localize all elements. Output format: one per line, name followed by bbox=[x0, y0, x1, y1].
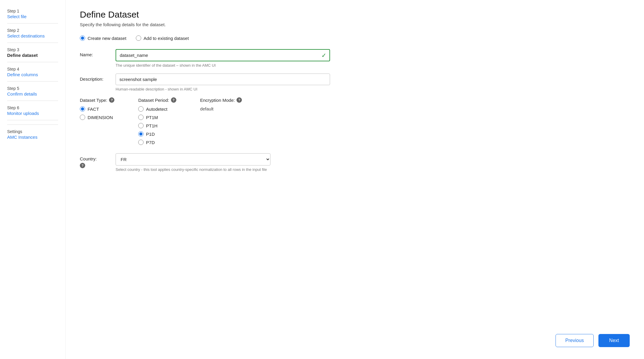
amc-instances-link[interactable]: AMC Instances bbox=[7, 135, 58, 140]
period-autodetect-label: Autodetect bbox=[146, 107, 167, 112]
encryption-mode-title: Encryption Mode: ? bbox=[200, 97, 242, 103]
period-p7d-label: P7D bbox=[146, 140, 155, 145]
sidebar-step-3: Step 3Define dataset bbox=[7, 47, 58, 58]
period-p7d-radio[interactable] bbox=[138, 140, 144, 145]
dataset-period-help-icon[interactable]: ? bbox=[171, 97, 176, 103]
dataset-type-group: Dataset Type: ? FACT DIMENSION bbox=[80, 97, 114, 120]
step-1-label: Step 1 bbox=[7, 9, 19, 13]
fact-radio[interactable] bbox=[80, 106, 85, 112]
sidebar: Step 1Select fileStep 2Select destinatio… bbox=[0, 0, 66, 359]
name-input[interactable] bbox=[116, 49, 330, 61]
description-input[interactable] bbox=[116, 74, 330, 85]
description-field-row: Description: Human-readable description … bbox=[80, 74, 630, 91]
dataset-type-help-icon[interactable]: ? bbox=[109, 97, 114, 103]
period-p1d-label: P1D bbox=[146, 132, 155, 137]
step-3-link[interactable]: Define dataset bbox=[7, 53, 58, 58]
name-label: Name: bbox=[80, 49, 116, 57]
step-5-label: Step 5 bbox=[7, 86, 19, 91]
add-existing-dataset-option[interactable]: Add to existing dataset bbox=[136, 35, 189, 41]
description-input-group: Human-readable description - shown in AM… bbox=[116, 74, 330, 91]
step-5-link[interactable]: Confirm details bbox=[7, 91, 58, 96]
dimension-label: DIMENSION bbox=[88, 115, 113, 120]
sidebar-settings: Settings AMC Instances bbox=[7, 129, 58, 140]
sidebar-step-4: Step 4Define columns bbox=[7, 66, 58, 77]
dataset-type-radio-list: FACT DIMENSION bbox=[80, 106, 114, 120]
dimension-radio[interactable] bbox=[80, 115, 85, 120]
settings-label: Settings bbox=[7, 129, 22, 134]
name-hint: The unique identifier of the dataset – s… bbox=[116, 63, 330, 68]
dataset-type-title: Dataset Type: ? bbox=[80, 97, 114, 103]
step-6-link[interactable]: Monitor uploads bbox=[7, 111, 58, 116]
period-autodetect-radio[interactable] bbox=[138, 106, 144, 112]
fact-option[interactable]: FACT bbox=[80, 106, 114, 112]
period-pt1h-option[interactable]: PT1H bbox=[138, 123, 176, 128]
sidebar-divider-settings bbox=[7, 124, 58, 125]
period-p7d-option[interactable]: P7D bbox=[138, 140, 176, 145]
country-help-wrapper: ? bbox=[80, 163, 116, 168]
country-hint: Select country - this tool applies count… bbox=[116, 167, 270, 172]
dataset-period-radio-list: AutodetectPT1MPT1HP1DP7D bbox=[138, 106, 176, 145]
create-new-dataset-option[interactable]: Create new dataset bbox=[80, 35, 126, 41]
create-new-label: Create new dataset bbox=[88, 36, 126, 41]
sidebar-step-2: Step 2Select destinations bbox=[7, 28, 58, 38]
period-p1d-radio[interactable] bbox=[138, 131, 144, 137]
dataset-period-group: Dataset Period: ? AutodetectPT1MPT1HP1DP… bbox=[138, 97, 176, 145]
add-existing-label: Add to existing dataset bbox=[144, 36, 189, 41]
step-1-link[interactable]: Select file bbox=[7, 14, 58, 19]
country-select-group: FRUSDEGBJPCA Select country - this tool … bbox=[116, 153, 270, 172]
checkmark-icon: ✓ bbox=[321, 52, 326, 59]
step-6-label: Step 6 bbox=[7, 105, 19, 110]
period-pt1h-radio[interactable] bbox=[138, 123, 144, 128]
name-field-row: Name: ✓ The unique identifier of the dat… bbox=[80, 49, 630, 68]
country-help-icon[interactable]: ? bbox=[80, 163, 85, 168]
sidebar-divider-1 bbox=[7, 23, 58, 24]
encryption-value: default bbox=[200, 106, 242, 111]
previous-button[interactable]: Previous bbox=[556, 334, 594, 347]
next-button[interactable]: Next bbox=[598, 334, 630, 347]
step-2-link[interactable]: Select destinations bbox=[7, 33, 58, 38]
sidebar-divider-4 bbox=[7, 81, 58, 82]
sidebar-divider-2 bbox=[7, 43, 58, 43]
encryption-mode-group: Encryption Mode: ? default bbox=[200, 97, 242, 111]
country-select[interactable]: FRUSDEGBJPCA bbox=[116, 153, 270, 166]
period-pt1m-label: PT1M bbox=[146, 115, 158, 120]
sidebar-divider-3 bbox=[7, 62, 58, 62]
create-new-radio[interactable] bbox=[80, 35, 85, 41]
footer-buttons: Previous Next bbox=[556, 334, 630, 347]
step-4-label: Step 4 bbox=[7, 67, 19, 71]
period-pt1m-option[interactable]: PT1M bbox=[138, 115, 176, 120]
main-content: Define Dataset Specify the following det… bbox=[66, 0, 644, 359]
name-input-wrapper: ✓ bbox=[116, 49, 330, 61]
create-or-add-row: Create new dataset Add to existing datas… bbox=[80, 35, 630, 41]
sidebar-step-6: Step 6Monitor uploads bbox=[7, 105, 58, 116]
dimension-option[interactable]: DIMENSION bbox=[80, 115, 114, 120]
step-3-label: Step 3 bbox=[7, 47, 19, 52]
sidebar-step-1: Step 1Select file bbox=[7, 8, 58, 19]
sidebar-divider-5 bbox=[7, 101, 58, 101]
period-autodetect-option[interactable]: Autodetect bbox=[138, 106, 176, 112]
page-subtitle: Specify the following details for the da… bbox=[80, 22, 630, 27]
sidebar-divider-6 bbox=[7, 120, 58, 120]
sidebar-step-5: Step 5Confirm details bbox=[7, 86, 58, 96]
country-label-group: Country: ? bbox=[80, 153, 116, 168]
encryption-help-icon[interactable]: ? bbox=[237, 97, 242, 103]
dataset-period-title: Dataset Period: ? bbox=[138, 97, 176, 103]
fact-label: FACT bbox=[88, 107, 99, 112]
description-label: Description: bbox=[80, 74, 116, 82]
period-p1d-option[interactable]: P1D bbox=[138, 131, 176, 137]
step-2-label: Step 2 bbox=[7, 28, 19, 33]
description-hint: Human-readable description - shown in AM… bbox=[116, 87, 330, 91]
add-existing-radio[interactable] bbox=[136, 35, 141, 41]
period-pt1h-label: PT1H bbox=[146, 123, 157, 128]
period-pt1m-radio[interactable] bbox=[138, 115, 144, 120]
step-4-link[interactable]: Define columns bbox=[7, 72, 58, 77]
country-label: Country: bbox=[80, 156, 116, 161]
country-row: Country: ? FRUSDEGBJPCA Select country -… bbox=[80, 153, 630, 172]
page-title: Define Dataset bbox=[80, 10, 630, 20]
options-row: Dataset Type: ? FACT DIMENSION bbox=[80, 97, 630, 145]
name-input-group: ✓ The unique identifier of the dataset –… bbox=[116, 49, 330, 68]
